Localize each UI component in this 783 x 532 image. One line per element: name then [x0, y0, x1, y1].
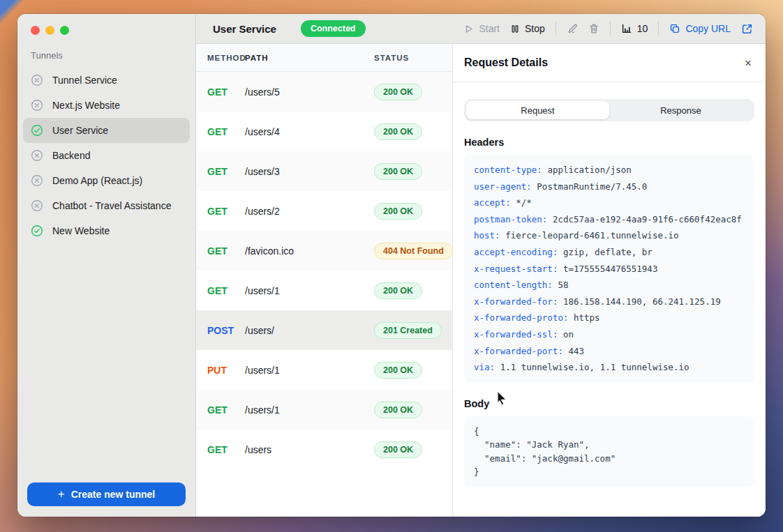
sidebar-item-backend[interactable]: Backend — [23, 143, 190, 168]
tunnel-title: User Service — [213, 23, 276, 35]
bar-chart-icon — [621, 23, 632, 34]
request-row[interactable]: GET /users/5 200 OK — [196, 72, 452, 112]
sidebar-item-chatbot[interactable]: Chatbot - Travel Assistance — [23, 193, 190, 218]
header-line: x-forwarded-for 186.158.144.190, 66.241.… — [474, 294, 745, 310]
content-area: METHOD PATH STATUS GET /users/5 200 OK G… — [196, 44, 766, 517]
request-count: 10 — [637, 23, 648, 34]
circle-x-icon — [31, 199, 43, 212]
table-header-row: METHOD PATH STATUS — [196, 44, 452, 72]
tunnel-name: User Service — [52, 125, 108, 136]
toolbar: User Service Connected Start Stop — [196, 14, 766, 44]
pause-icon — [510, 24, 520, 34]
details-tabs: Request Response — [464, 99, 754, 121]
request-row[interactable]: GET /users/1 200 OK — [196, 271, 452, 310]
column-header-path: PATH — [245, 54, 374, 62]
tab-request[interactable]: Request — [466, 101, 609, 119]
minimize-window-button[interactable] — [45, 26, 54, 35]
header-line: accept */* — [474, 195, 745, 211]
header-line: content-type application/json — [474, 162, 745, 178]
tunnel-name: Backend — [52, 150, 90, 161]
connected-status-badge: Connected — [301, 20, 366, 37]
header-line: x-forwarded-ssl on — [474, 326, 745, 343]
start-button[interactable]: Start — [463, 23, 500, 34]
column-header-method: METHOD — [196, 54, 245, 62]
path-cell: /users/3 — [245, 166, 374, 177]
path-cell: /users/4 — [245, 126, 374, 137]
open-url-button[interactable] — [741, 23, 753, 35]
close-details-button[interactable]: × — [742, 56, 754, 70]
copy-url-button[interactable]: Copy URL — [669, 23, 731, 34]
path-cell: /users/5 — [245, 86, 374, 98]
header-line: content-length 58 — [474, 277, 745, 294]
close-icon: × — [745, 56, 752, 70]
sidebar-section-label: Tunnels — [17, 35, 195, 68]
body-section-title: Body — [464, 398, 754, 409]
create-tunnel-button[interactable]: + Create new tunnel — [27, 482, 186, 506]
method-cell: GET — [196, 166, 245, 177]
method-cell: PUT — [196, 365, 245, 376]
request-row[interactable]: GET /favicon.ico 404 Not Found — [196, 231, 452, 271]
path-cell: /users — [245, 444, 374, 455]
status-badge: 200 OK — [374, 84, 422, 100]
method-cell: GET — [196, 285, 245, 296]
close-window-button[interactable] — [31, 26, 40, 35]
status-badge: 200 OK — [374, 163, 422, 180]
status-badge: 200 OK — [374, 402, 422, 418]
requests-stats-button[interactable]: 10 — [621, 23, 648, 34]
zoom-window-button[interactable] — [60, 26, 69, 35]
header-line: postman-token 2cdc57aa-e192-4aa9-91f6-c6… — [474, 211, 745, 228]
stop-button[interactable]: Stop — [510, 23, 545, 34]
method-cell: GET — [196, 86, 245, 98]
tunnel-name: New Website — [52, 225, 110, 236]
body-block: { "name": "Jack Ryan", "email": "jack@gm… — [464, 416, 754, 487]
sidebar-item-nextjs-website[interactable]: Next.js Website — [23, 93, 190, 118]
request-row[interactable]: GET /users/4 200 OK — [196, 112, 452, 151]
request-row[interactable]: GET /users/2 200 OK — [196, 191, 452, 231]
request-row[interactable]: GET /users/3 200 OK — [196, 151, 452, 191]
pencil-icon — [567, 23, 578, 34]
method-cell: GET — [196, 245, 245, 257]
method-cell: GET — [196, 126, 245, 137]
path-cell: /users/1 — [245, 404, 374, 416]
request-row-selected[interactable]: POST /users/ 201 Created — [196, 310, 452, 350]
tab-response[interactable]: Response — [609, 101, 752, 119]
edit-tunnel-button[interactable] — [567, 23, 578, 34]
sidebar-item-new-website[interactable]: New Website — [23, 218, 190, 243]
headers-block: content-type application/json user-agent… — [464, 155, 754, 383]
play-icon — [463, 24, 474, 34]
header-line: accept-encoding gzip, deflate, br — [474, 244, 745, 261]
header-line: host fierce-leopard-6461.tunnelwise.io — [474, 227, 745, 244]
status-badge: 404 Not Found — [374, 243, 453, 259]
header-line: via 1.1 tunnelwise.io, 1.1 tunnelwise.io — [474, 359, 745, 376]
body-line: "email": "jack@gmail.com" — [474, 452, 745, 466]
tunnel-name: Chatbot - Travel Assistance — [52, 200, 171, 211]
status-badge: 201 Created — [374, 322, 442, 339]
circle-x-icon — [31, 174, 43, 187]
sidebar-item-tunnel-service[interactable]: Tunnel Service — [23, 68, 190, 93]
sidebar-item-demo-app[interactable]: Demo App (React.js) — [23, 168, 190, 193]
column-header-status: STATUS — [374, 54, 452, 62]
method-cell: GET — [196, 444, 245, 455]
status-badge: 200 OK — [374, 123, 422, 140]
sidebar-item-user-service[interactable]: User Service — [23, 118, 190, 143]
status-badge: 200 OK — [374, 203, 422, 220]
toolbar-divider — [610, 22, 611, 36]
external-link-icon — [741, 23, 753, 35]
circle-x-icon — [31, 149, 43, 162]
method-cell: GET — [196, 206, 245, 217]
header-line: user-agent PostmanRuntime/7.45.0 — [474, 178, 745, 195]
path-cell: /users/1 — [245, 365, 374, 376]
copy-icon — [669, 23, 680, 34]
request-details-panel: Request Details × Request Response Heade… — [453, 44, 766, 517]
header-line: x-forwarded-proto https — [474, 310, 745, 326]
sidebar: Tunnels Tunnel Service Next.js Website U… — [17, 14, 195, 517]
trash-icon — [588, 23, 599, 34]
headers-section-title: Headers — [464, 137, 754, 148]
delete-tunnel-button[interactable] — [588, 23, 599, 34]
method-cell: POST — [196, 325, 245, 336]
tunnel-name: Demo App (React.js) — [52, 175, 142, 186]
request-row[interactable]: PUT /users/1 200 OK — [196, 350, 452, 390]
request-row[interactable]: GET /users/1 200 OK — [196, 390, 452, 430]
create-tunnel-label: Create new tunnel — [71, 489, 156, 500]
request-row[interactable]: GET /users 200 OK — [196, 430, 452, 469]
